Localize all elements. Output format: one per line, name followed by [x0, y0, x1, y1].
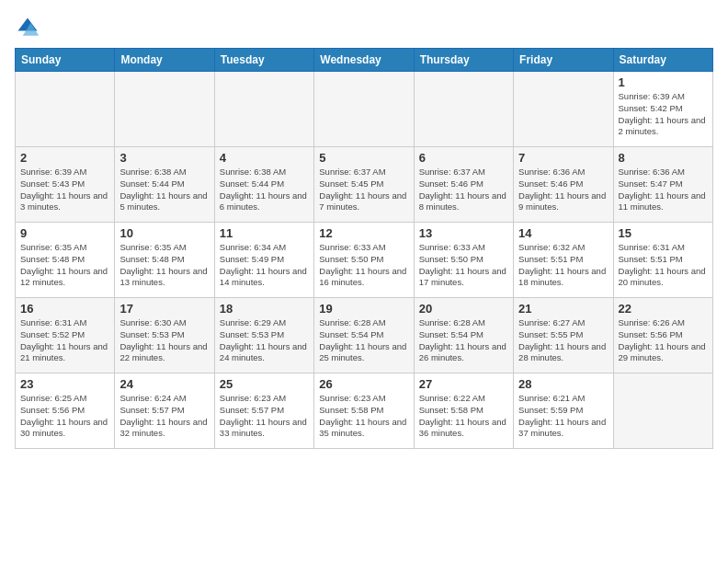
calendar-cell: 18Sunrise: 6:29 AM Sunset: 5:53 PM Dayli…	[214, 298, 313, 373]
day-info: Sunrise: 6:38 AM Sunset: 5:44 PM Dayligh…	[220, 167, 309, 213]
day-number: 9	[20, 226, 109, 240]
day-number: 3	[119, 151, 209, 165]
calendar-cell: 1Sunrise: 6:39 AM Sunset: 5:42 PM Daylig…	[613, 72, 712, 147]
calendar-cell: 11Sunrise: 6:34 AM Sunset: 5:49 PM Dayli…	[214, 223, 313, 298]
day-number: 22	[619, 302, 708, 316]
calendar-cell	[214, 72, 313, 147]
calendar-table: SundayMondayTuesdayWednesdayThursdayFrid…	[15, 48, 713, 449]
day-number: 6	[419, 151, 508, 165]
logo-icon	[15, 15, 40, 40]
day-number: 24	[119, 377, 209, 391]
calendar-cell: 19Sunrise: 6:28 AM Sunset: 5:54 PM Dayli…	[314, 298, 414, 373]
calendar-cell: 7Sunrise: 6:36 AM Sunset: 5:46 PM Daylig…	[514, 147, 613, 223]
calendar-cell: 3Sunrise: 6:38 AM Sunset: 5:44 PM Daylig…	[115, 147, 214, 223]
day-number: 21	[518, 302, 608, 316]
day-info: Sunrise: 6:39 AM Sunset: 5:43 PM Dayligh…	[20, 167, 109, 213]
day-number: 1	[619, 75, 708, 89]
day-number: 17	[119, 302, 209, 316]
weekday-header: Friday	[514, 49, 613, 72]
calendar-cell: 24Sunrise: 6:24 AM Sunset: 5:57 PM Dayli…	[115, 373, 214, 449]
day-number: 23	[20, 377, 109, 391]
day-number: 18	[220, 302, 309, 316]
day-number: 10	[119, 226, 209, 240]
day-number: 7	[518, 151, 608, 165]
day-info: Sunrise: 6:31 AM Sunset: 5:51 PM Dayligh…	[619, 242, 708, 289]
calendar-cell: 26Sunrise: 6:23 AM Sunset: 5:58 PM Dayli…	[314, 373, 414, 449]
weekday-header: Saturday	[613, 49, 712, 72]
weekday-header: Monday	[115, 49, 214, 72]
calendar-cell: 22Sunrise: 6:26 AM Sunset: 5:56 PM Dayli…	[613, 298, 712, 373]
calendar-cell: 8Sunrise: 6:36 AM Sunset: 5:47 PM Daylig…	[613, 147, 712, 223]
calendar-week-row: 2Sunrise: 6:39 AM Sunset: 5:43 PM Daylig…	[16, 147, 713, 223]
calendar-week-row: 16Sunrise: 6:31 AM Sunset: 5:52 PM Dayli…	[16, 298, 713, 373]
calendar-cell: 6Sunrise: 6:37 AM Sunset: 5:46 PM Daylig…	[414, 147, 513, 223]
calendar-week-row: 23Sunrise: 6:25 AM Sunset: 5:56 PM Dayli…	[16, 373, 713, 449]
calendar-cell: 17Sunrise: 6:30 AM Sunset: 5:53 PM Dayli…	[115, 298, 214, 373]
day-info: Sunrise: 6:26 AM Sunset: 5:56 PM Dayligh…	[619, 317, 708, 364]
calendar-week-row: 1Sunrise: 6:39 AM Sunset: 5:42 PM Daylig…	[16, 72, 713, 147]
day-number: 13	[419, 226, 508, 240]
calendar-cell	[115, 72, 214, 147]
calendar-header-row: SundayMondayTuesdayWednesdayThursdayFrid…	[16, 49, 713, 72]
calendar-cell: 4Sunrise: 6:38 AM Sunset: 5:44 PM Daylig…	[214, 147, 313, 223]
calendar-cell: 21Sunrise: 6:27 AM Sunset: 5:55 PM Dayli…	[514, 298, 613, 373]
day-info: Sunrise: 6:29 AM Sunset: 5:53 PM Dayligh…	[220, 317, 309, 364]
day-info: Sunrise: 6:35 AM Sunset: 5:48 PM Dayligh…	[119, 242, 209, 289]
weekday-header: Sunday	[16, 49, 115, 72]
day-info: Sunrise: 6:27 AM Sunset: 5:55 PM Dayligh…	[518, 317, 608, 364]
calendar-cell: 9Sunrise: 6:35 AM Sunset: 5:48 PM Daylig…	[16, 223, 115, 298]
calendar-cell: 14Sunrise: 6:32 AM Sunset: 5:51 PM Dayli…	[514, 223, 613, 298]
day-number: 11	[220, 226, 309, 240]
calendar-cell: 23Sunrise: 6:25 AM Sunset: 5:56 PM Dayli…	[16, 373, 115, 449]
day-number: 27	[419, 377, 508, 391]
day-number: 20	[419, 302, 508, 316]
day-info: Sunrise: 6:32 AM Sunset: 5:51 PM Dayligh…	[518, 242, 608, 289]
calendar-cell: 5Sunrise: 6:37 AM Sunset: 5:45 PM Daylig…	[314, 147, 414, 223]
day-info: Sunrise: 6:22 AM Sunset: 5:58 PM Dayligh…	[419, 393, 508, 440]
calendar-cell	[514, 72, 613, 147]
day-number: 15	[619, 226, 708, 240]
calendar-cell: 2Sunrise: 6:39 AM Sunset: 5:43 PM Daylig…	[16, 147, 115, 223]
day-info: Sunrise: 6:35 AM Sunset: 5:48 PM Dayligh…	[20, 242, 109, 289]
day-info: Sunrise: 6:25 AM Sunset: 5:56 PM Dayligh…	[20, 393, 109, 440]
day-info: Sunrise: 6:23 AM Sunset: 5:57 PM Dayligh…	[220, 393, 309, 440]
calendar-cell: 25Sunrise: 6:23 AM Sunset: 5:57 PM Dayli…	[214, 373, 313, 449]
calendar-cell	[414, 72, 513, 147]
day-number: 16	[20, 302, 109, 316]
calendar-cell: 28Sunrise: 6:21 AM Sunset: 5:59 PM Dayli…	[514, 373, 613, 449]
weekday-header: Wednesday	[314, 49, 414, 72]
calendar-cell: 12Sunrise: 6:33 AM Sunset: 5:50 PM Dayli…	[314, 223, 414, 298]
day-number: 12	[319, 226, 408, 240]
day-info: Sunrise: 6:30 AM Sunset: 5:53 PM Dayligh…	[119, 317, 209, 364]
day-info: Sunrise: 6:33 AM Sunset: 5:50 PM Dayligh…	[419, 242, 508, 289]
page-header	[15, 15, 713, 40]
day-info: Sunrise: 6:37 AM Sunset: 5:46 PM Dayligh…	[419, 167, 508, 213]
day-number: 14	[518, 226, 608, 240]
day-info: Sunrise: 6:28 AM Sunset: 5:54 PM Dayligh…	[419, 317, 508, 364]
day-number: 2	[20, 151, 109, 165]
day-info: Sunrise: 6:34 AM Sunset: 5:49 PM Dayligh…	[220, 242, 309, 289]
day-info: Sunrise: 6:36 AM Sunset: 5:46 PM Dayligh…	[518, 167, 608, 213]
day-info: Sunrise: 6:31 AM Sunset: 5:52 PM Dayligh…	[20, 317, 109, 364]
day-info: Sunrise: 6:28 AM Sunset: 5:54 PM Dayligh…	[319, 317, 408, 364]
weekday-header: Thursday	[414, 49, 513, 72]
calendar-week-row: 9Sunrise: 6:35 AM Sunset: 5:48 PM Daylig…	[16, 223, 713, 298]
calendar-cell: 10Sunrise: 6:35 AM Sunset: 5:48 PM Dayli…	[115, 223, 214, 298]
logo	[15, 15, 44, 40]
weekday-header: Tuesday	[214, 49, 313, 72]
calendar-cell: 13Sunrise: 6:33 AM Sunset: 5:50 PM Dayli…	[414, 223, 513, 298]
calendar-cell	[613, 373, 712, 449]
day-info: Sunrise: 6:37 AM Sunset: 5:45 PM Dayligh…	[319, 167, 408, 213]
day-info: Sunrise: 6:23 AM Sunset: 5:58 PM Dayligh…	[319, 393, 408, 440]
day-info: Sunrise: 6:21 AM Sunset: 5:59 PM Dayligh…	[518, 393, 608, 440]
day-info: Sunrise: 6:39 AM Sunset: 5:42 PM Dayligh…	[619, 91, 708, 138]
calendar-cell	[16, 72, 115, 147]
day-number: 5	[319, 151, 408, 165]
day-number: 25	[220, 377, 309, 391]
calendar-cell: 27Sunrise: 6:22 AM Sunset: 5:58 PM Dayli…	[414, 373, 513, 449]
day-number: 4	[220, 151, 309, 165]
day-info: Sunrise: 6:33 AM Sunset: 5:50 PM Dayligh…	[319, 242, 408, 289]
calendar-cell	[314, 72, 414, 147]
day-number: 8	[619, 151, 708, 165]
day-number: 19	[319, 302, 408, 316]
